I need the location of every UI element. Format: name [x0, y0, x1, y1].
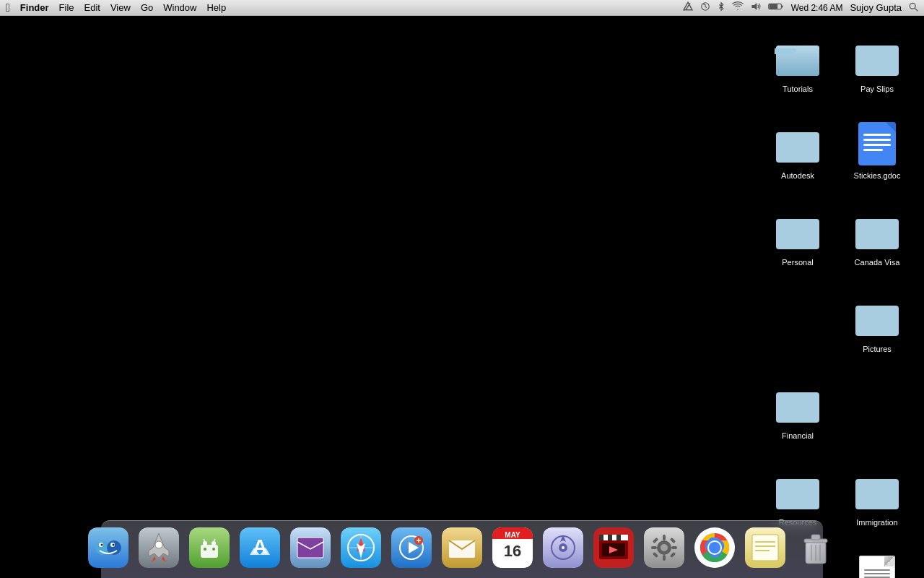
svg-rect-29	[855, 479, 899, 509]
dock-quicktime[interactable]	[388, 525, 435, 571]
svg-point-50	[212, 548, 215, 551]
svg-rect-108	[811, 535, 820, 540]
dock-icons: A	[78, 525, 846, 574]
desktop-icons: Tutorials Pay Slips	[758, 30, 917, 578]
tutorials-label: Tutorials	[780, 83, 815, 95]
svg-rect-27	[776, 479, 819, 509]
dock-trash[interactable]	[793, 525, 839, 571]
stickies-gdoc-label: Stickies.gdoc	[852, 170, 903, 181]
file-menu[interactable]: File	[59, 2, 74, 13]
svg-rect-6	[769, 4, 777, 9]
dock-google-chrome[interactable]	[692, 525, 738, 571]
autodesk-label: Autodesk	[779, 170, 816, 181]
svg-rect-89	[663, 535, 666, 540]
desktop: Tutorials Pay Slips	[0, 16, 924, 578]
edit-menu[interactable]: Edit	[84, 2, 100, 13]
file-stolen-laptop[interactable]: RTF STOLEN LAPTOP.rtf	[837, 551, 917, 578]
svg-rect-13	[776, 48, 796, 53]
svg-rect-90	[663, 555, 666, 561]
time-machine-icon[interactable]	[700, 1, 710, 14]
folder-immigration[interactable]: Immigration	[837, 464, 917, 551]
svg-rect-80	[599, 535, 603, 540]
svg-point-100	[709, 542, 720, 553]
dock-android-transfer[interactable]	[186, 525, 232, 571]
spotlight-icon[interactable]	[909, 2, 918, 14]
svg-rect-102	[752, 535, 778, 561]
svg-rect-82	[616, 535, 621, 540]
dock-claquette[interactable]	[590, 525, 637, 571]
svg-point-39	[101, 544, 103, 546]
svg-text:16: 16	[504, 542, 521, 560]
dock-finder[interactable]	[85, 525, 131, 571]
apple-menu[interactable]: 	[6, 1, 10, 14]
folder-payslips[interactable]: Pay Slips	[837, 30, 917, 117]
svg-text:MAY: MAY	[505, 531, 520, 539]
bluetooth-icon[interactable]	[718, 1, 725, 14]
dock-launchpad[interactable]	[136, 525, 182, 571]
folder-personal[interactable]: Personal	[758, 204, 837, 290]
immigration-label: Immigration	[854, 517, 899, 528]
svg-rect-44	[201, 545, 218, 558]
go-menu[interactable]: Go	[141, 2, 153, 13]
dock-mail2[interactable]	[439, 525, 485, 571]
financial-label: Financial	[780, 430, 816, 441]
folder-tutorials[interactable]: Tutorials	[758, 30, 837, 117]
svg-rect-91	[651, 546, 657, 549]
personal-label: Personal	[780, 256, 815, 268]
svg-rect-5	[781, 6, 783, 8]
view-menu[interactable]: View	[110, 2, 131, 13]
svg-point-42	[155, 541, 162, 548]
folder-autodesk[interactable]: Autodesk	[758, 117, 837, 204]
svg-marker-3	[751, 3, 757, 10]
svg-rect-23	[855, 306, 899, 336]
file-stickies-gdoc[interactable]: Stickies.gdoc	[837, 117, 917, 204]
svg-point-77	[562, 546, 565, 549]
folder-canadavisa[interactable]: Canada Visa	[837, 204, 917, 290]
battery-icon[interactable]	[768, 2, 784, 13]
dock: A	[101, 513, 823, 578]
svg-rect-81	[608, 535, 612, 540]
svg-point-88	[661, 544, 668, 551]
svg-rect-19	[776, 219, 819, 249]
menubar:  Finder File Edit View Go Window Help	[0, 0, 924, 16]
dock-safari[interactable]	[338, 525, 384, 571]
svg-line-8	[915, 8, 918, 11]
volume-icon[interactable]	[751, 1, 761, 14]
svg-rect-17	[776, 132, 819, 163]
finder-menu[interactable]: Finder	[20, 2, 49, 13]
wifi-icon[interactable]	[732, 1, 744, 14]
window-menu[interactable]: Window	[163, 2, 196, 13]
svg-point-40	[113, 544, 115, 546]
google-drive-icon[interactable]	[683, 1, 693, 14]
menubar-time: Wed 2:46 AM	[791, 3, 843, 13]
svg-rect-54	[297, 538, 323, 558]
menubar-user[interactable]: Sujoy Gupta	[850, 2, 902, 13]
canadavisa-label: Canada Visa	[853, 256, 902, 268]
svg-rect-92	[671, 546, 677, 549]
svg-point-7	[910, 3, 915, 9]
folder-pictures[interactable]: Pictures	[837, 290, 917, 377]
svg-rect-21	[855, 219, 899, 249]
help-menu[interactable]: Help	[206, 2, 226, 13]
dock-notefile[interactable]	[742, 525, 788, 571]
dock-app-store[interactable]: A	[237, 525, 283, 571]
dock-calendar[interactable]: MAY 16	[489, 525, 536, 571]
pictures-label: Pictures	[860, 343, 894, 355]
svg-rect-25	[776, 392, 819, 423]
dock-system-preferences[interactable]	[641, 525, 687, 571]
dock-mail-stamp[interactable]	[287, 525, 334, 571]
svg-rect-15	[855, 46, 899, 76]
dock-itunes[interactable]	[540, 525, 586, 571]
folder-financial[interactable]: Financial	[758, 377, 837, 464]
payslips-label: Pay Slips	[858, 83, 896, 95]
svg-point-49	[204, 548, 206, 551]
